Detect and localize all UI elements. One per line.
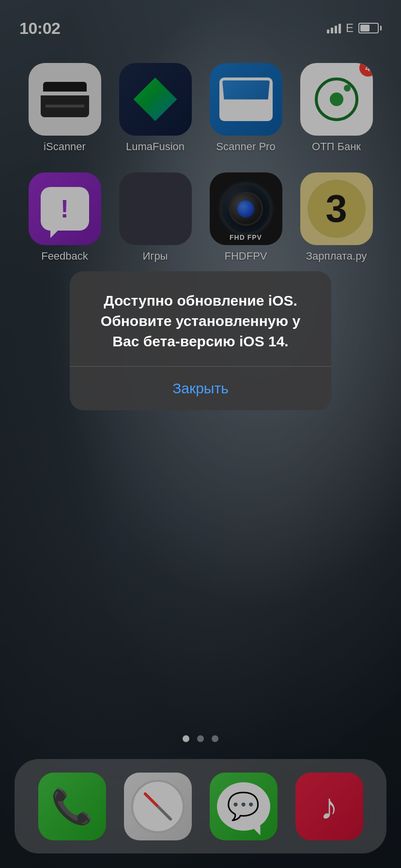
alert-overlay: Доступно обновление iOS. Обновите устано… (0, 0, 401, 868)
alert-box: Доступно обновление iOS. Обновите устано… (70, 271, 331, 410)
alert-close-label: Закрыть (172, 380, 229, 396)
alert-text: Доступно обновление iOS. Обновите устано… (101, 293, 300, 349)
alert-message: Доступно обновление iOS. Обновите устано… (70, 271, 331, 366)
alert-close-button[interactable]: Закрыть (70, 367, 331, 410)
